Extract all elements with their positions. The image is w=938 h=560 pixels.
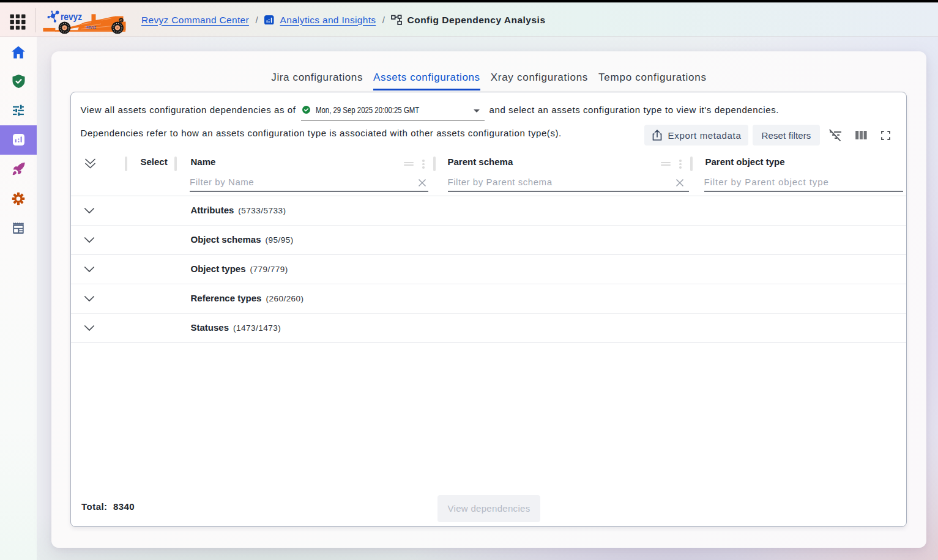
svg-text:REVYZ: REVYZ <box>86 25 97 29</box>
svg-text:revyz: revyz <box>61 11 82 22</box>
svg-text:43: 43 <box>119 19 122 22</box>
